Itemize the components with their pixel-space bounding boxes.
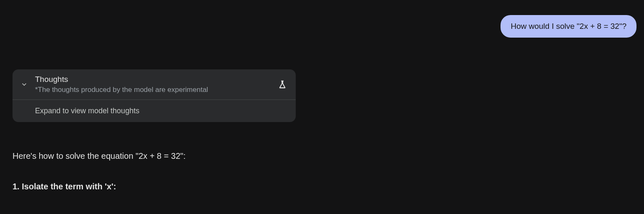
user-message-row: How would I solve "2x + 8 = 32"? [13, 15, 636, 38]
response-step-heading: 1. Isolate the term with 'x': [13, 182, 636, 191]
thoughts-title: Thoughts [35, 74, 277, 85]
chevron-down-icon [18, 78, 31, 91]
response-intro: Here's how to solve the equation "2x + 8… [13, 151, 636, 161]
user-message-text: How would I solve "2x + 8 = 32"? [511, 22, 626, 31]
response-list: Subtract 8 from both sides of the equati… [13, 212, 636, 214]
thoughts-expand-row[interactable]: Expand to view model thoughts [13, 100, 296, 122]
list-item: Subtract 8 from both sides of the equati… [33, 212, 636, 214]
thoughts-panel: Thoughts *The thoughts produced by the m… [13, 69, 296, 122]
thoughts-expand-text: Expand to view model thoughts [35, 107, 139, 115]
thoughts-subtitle: *The thoughts produced by the model are … [35, 85, 277, 95]
flask-icon [277, 79, 287, 89]
response-body: Here's how to solve the equation "2x + 8… [13, 151, 636, 214]
thoughts-title-block: Thoughts *The thoughts produced by the m… [35, 74, 277, 94]
user-message-bubble: How would I solve "2x + 8 = 32"? [501, 15, 636, 38]
thoughts-header[interactable]: Thoughts *The thoughts produced by the m… [13, 69, 296, 100]
